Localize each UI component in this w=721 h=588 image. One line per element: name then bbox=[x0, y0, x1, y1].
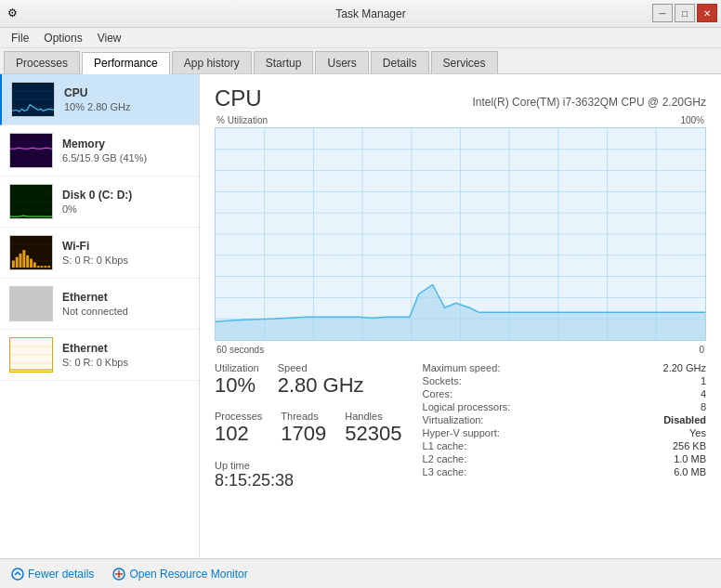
chart-x-end: 0 bbox=[699, 345, 704, 355]
tab-performance[interactable]: Performance bbox=[82, 52, 170, 74]
utilization-label: Utilization bbox=[215, 362, 259, 373]
chart-x-label: 60 seconds bbox=[216, 345, 264, 355]
disk-sidebar-info: Disk 0 (C: D:) 0% bbox=[62, 189, 190, 215]
tab-details[interactable]: Details bbox=[371, 51, 429, 73]
utilization-value: 10% bbox=[215, 373, 259, 398]
sidebar: CPU 10% 2.80 GHz Memory 6.5/15.9 GB (41%… bbox=[0, 74, 200, 558]
svg-rect-22 bbox=[33, 262, 36, 268]
menu-file[interactable]: File bbox=[4, 30, 36, 46]
detail-hyperv: Hyper-V support: Yes bbox=[423, 427, 706, 438]
tab-services[interactable]: Services bbox=[431, 51, 498, 73]
cpu-chart bbox=[215, 127, 706, 341]
disk-thumbnail bbox=[9, 184, 53, 219]
fewer-details-icon bbox=[11, 568, 24, 581]
ethernet-nc-sidebar-name: Ethernet bbox=[62, 291, 190, 304]
sidebar-item-ethernet-active[interactable]: Ethernet S: 0 R: 0 Kbps bbox=[0, 330, 199, 381]
speed-label: Speed bbox=[278, 362, 364, 373]
ethernet-active-sidebar-info: Ethernet S: 0 R: 0 Kbps bbox=[62, 342, 190, 368]
l3-val: 6.0 MB bbox=[674, 466, 706, 477]
threads-group: Threads 1709 bbox=[281, 411, 326, 446]
svg-rect-24 bbox=[41, 266, 44, 268]
detail-l2: L2 cache: 1.0 MB bbox=[423, 453, 706, 464]
fewer-details-link[interactable]: Fewer details bbox=[11, 568, 94, 581]
ethernet-nc-sidebar-value: Not connected bbox=[62, 306, 190, 317]
cpu-thumbnail bbox=[11, 82, 55, 117]
max-speed-key: Maximum speed: bbox=[423, 362, 501, 373]
processes-value: 102 bbox=[215, 422, 262, 446]
handles-group: Handles 52305 bbox=[345, 411, 401, 446]
monitor-icon bbox=[112, 568, 125, 581]
virt-val: Disabled bbox=[663, 414, 706, 425]
ethernet-active-sidebar-name: Ethernet bbox=[62, 342, 190, 355]
sidebar-item-cpu[interactable]: CPU 10% 2.80 GHz bbox=[0, 74, 199, 125]
tab-users[interactable]: Users bbox=[315, 51, 368, 73]
wifi-sidebar-value: S: 0 R: 0 Kbps bbox=[62, 255, 190, 266]
stats-right: Maximum speed: 2.20 GHz Sockets: 1 Cores… bbox=[404, 362, 706, 498]
processes-group: Processes 102 bbox=[215, 411, 262, 446]
detail-virt: Virtualization: Disabled bbox=[423, 414, 706, 425]
l3-key: L3 cache: bbox=[423, 466, 467, 477]
menu-view[interactable]: View bbox=[90, 30, 129, 46]
memory-sidebar-value: 6.5/15.9 GB (41%) bbox=[62, 152, 190, 163]
utilization-speed-row: Utilization 10% Speed 2.80 GHz bbox=[215, 362, 404, 405]
app-icon: ⚙ bbox=[7, 7, 22, 21]
open-monitor-label: Open Resource Monitor bbox=[129, 568, 247, 581]
open-monitor-link[interactable]: Open Resource Monitor bbox=[112, 568, 247, 581]
cores-val: 4 bbox=[701, 388, 706, 399]
ethernet-nc-sidebar-info: Ethernet Not connected bbox=[62, 291, 190, 317]
ethernet-nc-thumbnail bbox=[9, 286, 53, 321]
svg-rect-25 bbox=[44, 266, 46, 268]
title-bar: ⚙ Task Manager ─ □ ✕ bbox=[0, 0, 721, 28]
uptime-value: 8:15:25:38 bbox=[215, 471, 404, 490]
speed-value: 2.80 GHz bbox=[278, 373, 364, 398]
detail-logical: Logical processors: 8 bbox=[423, 401, 706, 412]
svg-rect-21 bbox=[30, 259, 33, 268]
sockets-val: 1 bbox=[701, 375, 706, 386]
menu-options[interactable]: Options bbox=[36, 30, 89, 46]
handles-value: 52305 bbox=[345, 422, 401, 446]
sidebar-item-ethernet-nc[interactable]: Ethernet Not connected bbox=[0, 279, 199, 330]
uptime-group: Up time 8:15:25:38 bbox=[215, 460, 404, 490]
minimize-button[interactable]: ─ bbox=[652, 4, 673, 22]
detail-l1: L1 cache: 256 KB bbox=[423, 440, 706, 451]
threads-value: 1709 bbox=[281, 422, 326, 446]
tab-bar: Processes Performance App history Startu… bbox=[0, 48, 721, 74]
cpu-header: CPU Intel(R) Core(TM) i7-3632QM CPU @ 2.… bbox=[215, 85, 706, 111]
stats-grid: Utilization 10% Speed 2.80 GHz Processes… bbox=[215, 362, 706, 498]
hyperv-val: Yes bbox=[689, 427, 706, 438]
chart-y-label: % Utilization bbox=[216, 115, 268, 125]
chart-labels-top: % Utilization 100% bbox=[215, 115, 706, 125]
l1-key: L1 cache: bbox=[423, 440, 467, 451]
detail-max-speed: Maximum speed: 2.20 GHz bbox=[423, 362, 706, 373]
maximize-button[interactable]: □ bbox=[675, 4, 695, 22]
max-speed-val: 2.20 GHz bbox=[663, 362, 706, 373]
cpu-sidebar-name: CPU bbox=[64, 86, 190, 99]
close-button[interactable]: ✕ bbox=[697, 4, 717, 22]
sidebar-item-memory[interactable]: Memory 6.5/15.9 GB (41%) bbox=[0, 125, 199, 176]
processes-threads-handles-row: Processes 102 Threads 1709 Handles 52305 bbox=[215, 411, 404, 453]
tab-app-history[interactable]: App history bbox=[172, 51, 252, 73]
detail-l3: L3 cache: 6.0 MB bbox=[423, 466, 706, 477]
svg-rect-20 bbox=[26, 255, 29, 268]
tab-startup[interactable]: Startup bbox=[254, 51, 314, 73]
svg-rect-26 bbox=[47, 266, 50, 268]
svg-point-51 bbox=[12, 568, 23, 580]
sidebar-item-disk[interactable]: Disk 0 (C: D:) 0% bbox=[0, 176, 199, 228]
tab-processes[interactable]: Processes bbox=[4, 51, 80, 73]
sidebar-item-wifi[interactable]: Wi-Fi S: 0 R: 0 Kbps bbox=[0, 228, 199, 279]
cpu-sidebar-value: 10% 2.80 GHz bbox=[64, 101, 190, 112]
processes-label: Processes bbox=[215, 411, 262, 422]
speed-group: Speed 2.80 GHz bbox=[278, 362, 364, 398]
chart-y-max: 100% bbox=[680, 115, 704, 125]
handles-label: Handles bbox=[345, 411, 401, 422]
l2-val: 1.0 MB bbox=[674, 453, 706, 464]
detail-cores: Cores: 4 bbox=[423, 388, 706, 399]
memory-sidebar-name: Memory bbox=[62, 137, 190, 150]
disk-sidebar-name: Disk 0 (C: D:) bbox=[62, 189, 190, 202]
window-title: Task Manager bbox=[28, 7, 714, 20]
fewer-details-label: Fewer details bbox=[28, 568, 94, 581]
memory-sidebar-info: Memory 6.5/15.9 GB (41%) bbox=[62, 137, 190, 163]
cores-key: Cores: bbox=[423, 388, 452, 399]
svg-rect-18 bbox=[20, 254, 22, 268]
ethernet-active-thumbnail bbox=[9, 337, 53, 372]
